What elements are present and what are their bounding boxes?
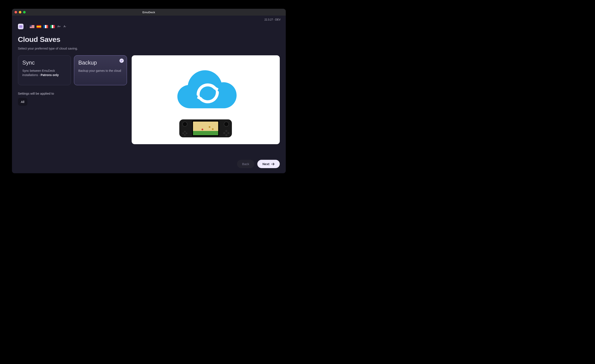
svg-rect-13 — [50, 25, 52, 28]
cloud-sync-icon — [174, 66, 238, 112]
content-area: 22.3.27 - DEV A+ A- Cloud Saves Select y… — [12, 16, 286, 173]
svg-rect-11 — [45, 25, 46, 28]
footer-buttons: Back Next — [18, 155, 280, 168]
back-button[interactable]: Back — [237, 160, 254, 168]
svg-point-28 — [227, 132, 230, 134]
app-logo[interactable] — [18, 24, 23, 29]
handheld-device-icon — [179, 118, 232, 139]
svg-rect-19 — [193, 131, 218, 135]
svg-rect-12 — [46, 25, 48, 28]
svg-rect-14 — [52, 25, 53, 28]
svg-rect-6 — [30, 28, 34, 28]
settings-applied-chip[interactable]: All — [18, 98, 28, 106]
page-title: Cloud Saves — [18, 35, 280, 44]
divider — [27, 24, 27, 29]
flag-es[interactable] — [36, 25, 41, 28]
font-increase-button[interactable]: A+ — [57, 25, 61, 28]
flag-us[interactable] — [30, 25, 34, 28]
gamepad-icon — [19, 25, 23, 28]
left-column: Sync Sync between EmuDeck installations … — [18, 55, 127, 106]
flag-it[interactable] — [50, 25, 55, 28]
option-cards: Sync Sync between EmuDeck installations … — [18, 55, 127, 85]
svg-rect-5 — [30, 27, 34, 27]
option-desc: Backup your games to the cloud — [78, 69, 122, 73]
svg-point-27 — [223, 132, 225, 134]
svg-point-21 — [224, 122, 229, 126]
page-subtitle: Select your preferred type of cloud savi… — [18, 47, 280, 50]
svg-point-20 — [183, 122, 187, 126]
option-title: Sync — [22, 59, 66, 66]
svg-rect-10 — [43, 25, 45, 28]
app-window: EmuDeck 22.3.27 - DEV A+ A- Cloud Saves — [12, 9, 286, 173]
svg-rect-15 — [53, 25, 55, 28]
svg-rect-9 — [36, 26, 41, 27]
next-button[interactable]: Next — [257, 160, 280, 168]
main-grid: Sync Sync between EmuDeck installations … — [18, 55, 280, 144]
svg-rect-4 — [30, 27, 34, 27]
svg-rect-7 — [30, 25, 32, 27]
svg-rect-32 — [212, 128, 213, 130]
svg-point-25 — [184, 134, 186, 136]
titlebar: EmuDeck — [12, 9, 286, 16]
svg-rect-31 — [209, 126, 210, 128]
window-title: EmuDeck — [12, 11, 286, 14]
settings-applied-label: Settings will be applied to — [18, 92, 127, 95]
top-toolbar: A+ A- — [18, 24, 280, 29]
font-decrease-button[interactable]: A- — [63, 25, 67, 28]
svg-point-24 — [186, 133, 187, 134]
flag-fr[interactable] — [43, 25, 48, 28]
preview-panel — [132, 55, 280, 144]
svg-point-23 — [182, 133, 184, 134]
svg-point-30 — [202, 129, 203, 130]
selected-check-icon — [120, 58, 124, 63]
option-card-backup[interactable]: Backup Backup your games to the cloud — [74, 55, 127, 85]
option-title: Backup — [78, 59, 122, 66]
svg-point-29 — [225, 134, 227, 136]
version-label: 22.3.27 - DEV — [264, 18, 280, 21]
next-button-label: Next — [262, 162, 269, 166]
option-card-sync[interactable]: Sync Sync between EmuDeck installations … — [18, 55, 71, 85]
svg-point-22 — [184, 131, 186, 133]
option-desc: Sync between EmuDeck installations - Pat… — [22, 69, 66, 77]
arrow-right-icon — [271, 162, 275, 166]
svg-point-26 — [225, 130, 227, 132]
